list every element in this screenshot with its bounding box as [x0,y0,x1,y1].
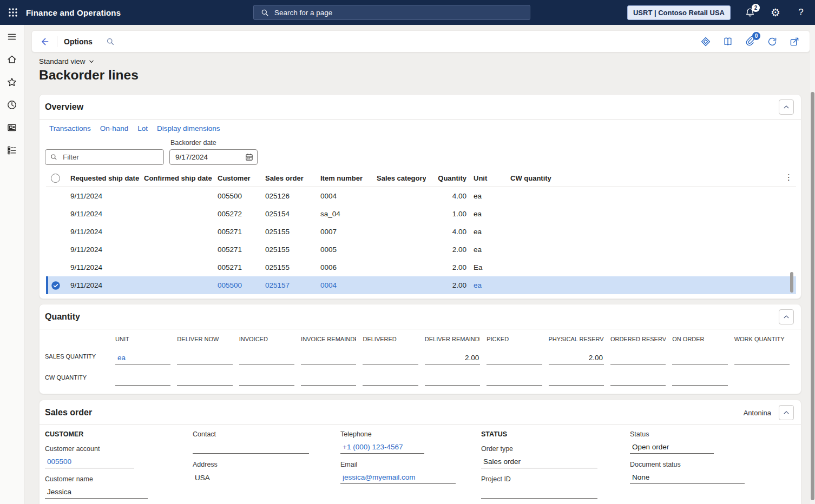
table-row[interactable]: 9/11/202400527102515500052.00ea [46,241,796,258]
table-row[interactable]: 9/11/202400550002515700042.00ea [46,276,796,294]
qty-field-delivered-sales-quantity[interactable] [363,347,418,364]
table-row[interactable]: 9/11/202400527102515500074.00ea [46,223,796,241]
row-selected-check-icon[interactable] [51,281,67,290]
qty-field-deliver-remainder-sales-quantity[interactable]: 2.00 [425,347,480,364]
telephone-value[interactable]: +1 (000) 123-4567 [340,441,424,454]
col-header-quantity[interactable]: Quantity [426,174,468,182]
col-header-unit[interactable]: Unit [468,174,504,182]
qty-field-deliver-now-cw-quantity[interactable] [177,368,232,386]
qty-field-picked-cw-quantity[interactable] [487,368,542,386]
quantity-collapse-button[interactable] [779,309,794,324]
cell-item_number: 0004 [317,281,373,289]
tab-transactions[interactable]: Transactions [49,124,91,132]
sidebar-item-home[interactable] [3,52,21,69]
cell-customer: 005271 [214,263,261,271]
task-guide-icon[interactable] [721,35,734,48]
col-header-sales-category[interactable]: Sales category [373,174,426,182]
col-header-sales-order[interactable]: Sales order [261,174,317,182]
notifications-bell-icon[interactable]: 2 [744,6,756,19]
grid-filter-box[interactable] [45,149,164,165]
tab-display-dimensions[interactable]: Display dimensions [157,124,220,132]
action-pane-icons: 0 [699,35,802,48]
designer-icon[interactable] [699,35,712,48]
qty-field-picked-sales-quantity[interactable] [487,347,542,364]
main-content: Options 0 Standard view Backorder lines [24,25,815,504]
qty-field-invoice-remainder-sales-quantity[interactable] [301,347,356,364]
table-row[interactable]: 9/11/2024005272025154sa_041.00ea [46,205,796,223]
select-all-radio[interactable] [51,174,60,183]
sidebar-item-modules-list[interactable] [3,143,21,160]
contact-value[interactable] [193,441,309,454]
page-scrollbar-thumb[interactable] [811,92,814,500]
attachments-icon[interactable]: 0 [744,35,757,48]
open-in-new-window-icon[interactable] [788,35,801,48]
cell-unit: ea [468,246,504,254]
grid-scrollbar-thumb[interactable] [790,272,793,293]
customer-account-value[interactable]: 005500 [45,455,134,468]
qty-field-invoiced-sales-quantity[interactable] [239,347,294,364]
qty-field-deliver-now-sales-quantity[interactable] [177,347,232,364]
help-icon[interactable]: ? [795,6,807,19]
cell-requested_ship_date: 9/11/2024 [67,210,140,218]
view-selector[interactable]: Standard view [39,57,95,65]
qty-field-delivered-cw-quantity[interactable] [363,368,418,386]
options-menu[interactable]: Options [64,37,93,46]
sales-order-collapse-button[interactable] [779,405,794,420]
group-header-status: STATUS [481,430,619,441]
qty-col-physical-reserved: PHYSICAL RESERVED [549,336,604,343]
col-header-cw-quantity[interactable]: CW quantity [504,174,796,182]
tab-lot[interactable]: Lot [137,124,148,132]
qty-field-physical-reserved-sales-quantity[interactable]: 2.00 [549,347,604,364]
global-search-placeholder: Search for a page [274,9,332,17]
sidebar-item-news-workspace[interactable] [3,120,21,137]
col-header-customer[interactable]: Customer [214,174,261,182]
qty-field-on-order-sales-quantity[interactable] [672,347,727,364]
filter-input[interactable] [62,152,159,162]
back-arrow-icon[interactable] [40,36,50,47]
backorder-date-input[interactable] [171,152,236,162]
refresh-icon[interactable] [766,35,779,48]
grid-column-options-icon[interactable]: ⋮ [783,173,795,181]
document-status-value[interactable]: None [630,471,745,484]
cell-customer: 005271 [214,246,261,254]
project-id-value[interactable] [481,486,597,499]
tab-on-hand[interactable]: On-hand [100,124,129,132]
cell-customer: 005500 [214,281,261,289]
sidebar-item-favorites-star[interactable] [3,75,21,92]
qty-field-ordered-reserved-sales-quantity[interactable] [610,347,666,364]
qty-col-ordered-reserved: ORDERED RESERVED [610,336,666,343]
quantity-grid: UNITDELIVER NOWINVOICEDINVOICE REMAINDER… [45,336,790,386]
col-header-item-number[interactable]: Item number [317,174,373,182]
sidebar-item-menu[interactable] [3,29,21,47]
cell-sales_order: 025154 [261,210,317,218]
sidebar-item-recent-clock[interactable] [3,97,21,115]
qty-field-invoice-remainder-cw-quantity[interactable] [301,368,356,386]
qty-field-invoiced-cw-quantity[interactable] [239,368,294,386]
status-value[interactable]: Open order [630,441,714,454]
col-header-confirmed-ship-date[interactable]: Confirmed ship date [140,174,214,182]
settings-gear-icon[interactable]: ⚙ [770,6,781,19]
order-type-value[interactable]: Sales order [481,455,597,468]
address-value[interactable]: USA [193,471,309,484]
email-value[interactable]: jessica@myemail.com [340,471,456,484]
calendar-icon[interactable] [245,152,254,162]
qty-field-deliver-remainder-cw-quantity[interactable] [425,368,480,386]
global-search-box[interactable]: Search for a page [253,5,530,20]
overview-collapse-button[interactable] [779,100,794,115]
customer-name-value[interactable]: Jessica [45,486,148,499]
qty-field-on-order-cw-quantity[interactable] [672,368,727,386]
environment-badge[interactable]: USRT | Contoso Retail USA [627,5,731,20]
col-header-requested-ship-date[interactable]: Requested ship date [67,174,140,182]
backorder-date-field[interactable] [169,149,258,165]
table-row[interactable]: 9/11/202400550002512600044.00ea [46,187,796,205]
search-icon [260,8,270,17]
qty-field-work-quantity-sales-quantity[interactable] [734,347,790,364]
sales-order-column-2: ContactAddressUSA [193,430,330,504]
app-launcher-waffle-icon[interactable] [0,0,26,25]
action-pane-search-icon[interactable] [106,37,115,47]
qty-field-physical-reserved-cw-quantity[interactable] [549,368,604,386]
qty-field-unit-cw-quantity[interactable] [115,368,170,386]
qty-field-unit-sales-quantity[interactable]: ea [115,347,170,364]
qty-field-ordered-reserved-cw-quantity[interactable] [610,368,666,386]
table-row[interactable]: 9/11/202400527102515500062.00Ea [46,258,796,276]
